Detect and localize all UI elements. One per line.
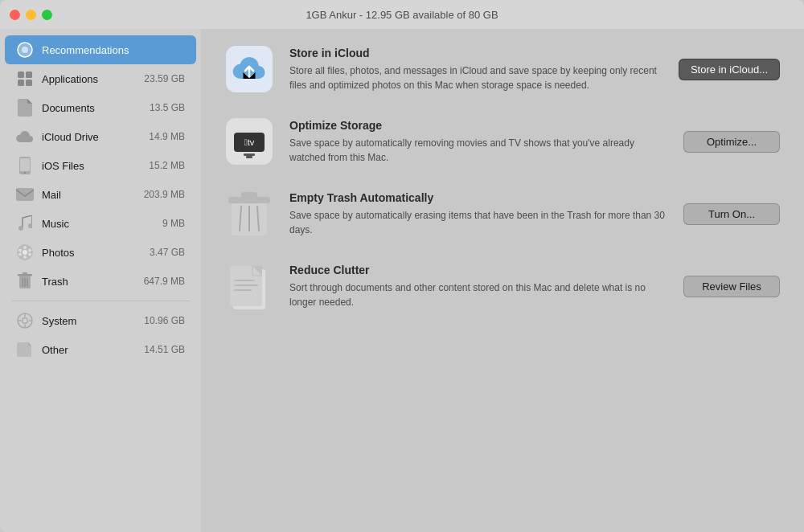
main-content: Recommendations Applications 23.59 GB	[0, 29, 804, 532]
store-icloud-button[interactable]: Store in iCloud...	[679, 59, 780, 80]
music-icon	[16, 215, 34, 232]
svg-rect-36	[244, 153, 255, 156]
sidebar: Recommendations Applications 23.59 GB	[0, 29, 201, 532]
svg-point-13	[23, 246, 27, 249]
svg-point-14	[28, 249, 31, 252]
ios-files-icon	[16, 157, 34, 174]
applications-icon	[16, 70, 34, 88]
svg-text:tv: tv	[244, 137, 255, 147]
sidebar-size-ios-files: 15.2 MB	[149, 160, 185, 171]
sidebar-item-trash[interactable]: Trash 647.9 MB	[5, 267, 196, 296]
optimize-storage-description: Save space by automatically removing mov…	[289, 136, 667, 165]
optimize-storage-icon: tv	[225, 117, 273, 166]
sidebar-label-applications: Applications	[42, 73, 144, 85]
svg-rect-9	[16, 188, 34, 201]
sidebar-item-applications[interactable]: Applications 23.59 GB	[5, 64, 196, 93]
sidebar-label-ios-files: iOS Files	[42, 160, 149, 172]
sidebar-size-applications: 23.59 GB	[144, 73, 185, 84]
svg-rect-37	[246, 156, 252, 158]
icloud-drive-icon	[16, 128, 34, 145]
svg-rect-2	[18, 72, 24, 78]
sidebar-label-other: Other	[42, 344, 144, 356]
store-icloud-description: Store all files, photos, and messages in…	[289, 63, 662, 92]
svg-point-16	[23, 256, 27, 259]
sidebar-item-documents[interactable]: Documents 13.5 GB	[5, 93, 196, 122]
optimize-storage-text: Optimize Storage Save space by automatic…	[289, 119, 667, 165]
svg-point-18	[18, 249, 22, 252]
svg-rect-22	[23, 272, 27, 275]
recommendations-icon	[16, 41, 34, 59]
empty-trash-title: Empty Trash Automatically	[289, 191, 667, 204]
sidebar-item-icloud-drive[interactable]: iCloud Drive 14.9 MB	[5, 122, 196, 151]
mail-icon	[16, 186, 34, 203]
svg-point-15	[28, 253, 31, 256]
svg-point-11	[28, 223, 32, 228]
store-icloud-title: Store in iCloud	[289, 47, 662, 59]
other-icon	[16, 341, 34, 358]
traffic-lights	[10, 10, 52, 20]
sidebar-size-photos: 3.47 GB	[150, 247, 185, 258]
optimize-storage-title: Optimize Storage	[289, 119, 667, 132]
reduce-clutter-button[interactable]: Review Files	[683, 276, 780, 297]
sidebar-size-trash: 647.9 MB	[144, 276, 185, 287]
svg-rect-40	[241, 192, 257, 198]
sidebar-item-mail[interactable]: Mail 203.9 MB	[5, 180, 196, 209]
sidebar-label-icloud-drive: iCloud Drive	[42, 131, 149, 143]
system-icon	[16, 312, 34, 329]
minimize-button[interactable]	[26, 10, 36, 20]
sidebar-divider	[11, 301, 190, 301]
maximize-button[interactable]	[42, 10, 52, 20]
sidebar-size-documents: 13.5 GB	[150, 102, 185, 113]
empty-trash-text: Empty Trash Automatically Save space by …	[289, 191, 667, 237]
sidebar-label-recommendations: Recommendations	[42, 44, 185, 56]
trash-icon	[16, 272, 34, 290]
svg-point-1	[22, 47, 28, 53]
reduce-clutter-icon	[225, 262, 273, 310]
recommendations-panel: Store in iCloud Store all files, photos,…	[201, 29, 804, 532]
title-bar: 1GB Ankur - 12.95 GB available of 80 GB	[0, 0, 804, 29]
reduce-clutter-title: Reduce Clutter	[289, 264, 667, 276]
recommendation-empty-trash: Empty Trash Automatically Save space by …	[225, 190, 780, 238]
svg-rect-5	[26, 80, 32, 86]
svg-rect-3	[26, 72, 32, 78]
svg-point-10	[18, 226, 23, 231]
empty-trash-button[interactable]: Turn On...	[683, 203, 780, 225]
sidebar-item-recommendations[interactable]: Recommendations	[5, 35, 196, 64]
sidebar-size-system: 10.96 GB	[144, 315, 185, 326]
svg-rect-4	[18, 80, 24, 86]
empty-trash-description: Save space by automatically erasing item…	[289, 208, 667, 237]
sidebar-item-music[interactable]: Music 9 MB	[5, 209, 196, 238]
optimize-storage-button[interactable]: Optimize...	[683, 131, 780, 153]
close-button[interactable]	[10, 10, 20, 20]
sidebar-label-documents: Documents	[42, 102, 150, 114]
sidebar-item-ios-files[interactable]: iOS Files 15.2 MB	[5, 151, 196, 180]
window-title: 1GB Ankur - 12.95 GB available of 80 GB	[306, 9, 498, 21]
recommendation-optimize-storage: tv Optimize Storage Save space by autom…	[225, 117, 780, 166]
svg-point-17	[18, 253, 22, 256]
sidebar-label-photos: Photos	[42, 247, 150, 259]
store-icloud-icon	[225, 45, 273, 93]
sidebar-size-other: 14.51 GB	[144, 344, 185, 355]
empty-trash-icon	[225, 190, 273, 238]
sidebar-label-music: Music	[42, 218, 162, 230]
sidebar-item-system[interactable]: System 10.96 GB	[5, 306, 196, 335]
sidebar-size-music: 9 MB	[162, 218, 185, 229]
svg-point-27	[23, 318, 28, 324]
recommendation-reduce-clutter: Reduce Clutter Sort through documents an…	[225, 262, 780, 310]
recommendation-store-icloud: Store in iCloud Store all files, photos,…	[225, 45, 780, 93]
sidebar-label-mail: Mail	[42, 189, 144, 201]
store-icloud-text: Store in iCloud Store all files, photos,…	[289, 47, 662, 92]
sidebar-size-mail: 203.9 MB	[144, 189, 185, 200]
sidebar-item-photos[interactable]: Photos 3.47 GB	[5, 238, 196, 267]
sidebar-item-other[interactable]: Other 14.51 GB	[5, 335, 196, 364]
svg-point-8	[24, 172, 26, 174]
reduce-clutter-description: Sort through documents and other content…	[289, 280, 667, 309]
reduce-clutter-text: Reduce Clutter Sort through documents an…	[289, 264, 667, 309]
sidebar-size-icloud-drive: 14.9 MB	[149, 131, 185, 142]
photos-icon	[16, 243, 34, 261]
sidebar-label-trash: Trash	[42, 276, 144, 288]
svg-point-19	[23, 250, 27, 255]
sidebar-label-system: System	[42, 315, 144, 327]
documents-icon	[16, 99, 34, 117]
svg-rect-7	[20, 158, 30, 171]
